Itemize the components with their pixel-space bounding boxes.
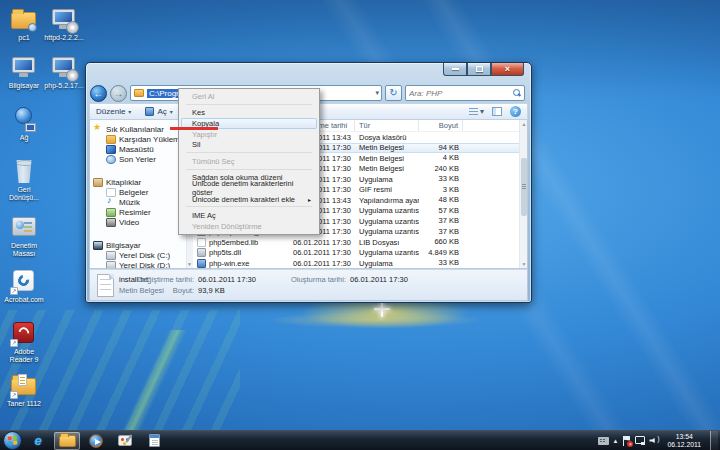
- organize-menu-button[interactable]: Düzenle▾: [96, 107, 131, 116]
- clock-time: 13:54: [667, 433, 701, 441]
- file-row[interactable]: php5embed.lib 06.01.2011 17:30 LIB Dosya…: [193, 237, 527, 248]
- back-arrow-icon: ←: [94, 88, 104, 99]
- show-hidden-icons-button[interactable]: ▲: [613, 438, 619, 444]
- desktop-icon-acrobat-com[interactable]: ↗ Acrobat.com: [4, 268, 44, 304]
- context-menu-item-label: Kes: [192, 108, 205, 117]
- sidebar-item-icon: [106, 251, 116, 260]
- column-header-size[interactable]: Boyut: [419, 120, 463, 131]
- sidebar-item-label: Sık Kullanılanlar: [106, 125, 164, 134]
- desktop-icon-recycle-bin[interactable]: Geri Dönüşü...: [4, 158, 44, 202]
- file-icon: [197, 238, 206, 247]
- taskbar-paint-button[interactable]: [112, 432, 138, 450]
- sidebar-item-label: Belgeler: [119, 188, 148, 197]
- sidebar-item[interactable]: Kitaplıklar: [93, 177, 185, 187]
- search-input[interactable]: [409, 89, 513, 98]
- keyboard-layout-icon[interactable]: [598, 437, 609, 445]
- open-menu-button[interactable]: Aç▾: [145, 107, 172, 116]
- file-row[interactable]: php-win.exe 06.01.2011 17:30 Uygulama 33…: [193, 258, 527, 269]
- window-titlebar[interactable]: ×: [86, 63, 531, 83]
- volume-icon[interactable]: [649, 436, 658, 445]
- sidebar-item[interactable]: Bilgisayar: [93, 240, 185, 250]
- shortcut-arrow-icon: ↗: [10, 287, 18, 295]
- context-menu-item[interactable]: Tümünü Seç ▸: [181, 156, 317, 167]
- menu-separator: [186, 206, 312, 207]
- desktop-icon-control-panel[interactable]: Denetim Masası: [4, 214, 44, 258]
- preview-pane-button[interactable]: [492, 107, 502, 116]
- column-header-type[interactable]: Tür: [355, 120, 419, 131]
- windows-explorer-icon: [59, 435, 76, 447]
- sidebar-item[interactable]: Yerel Disk (C:): [106, 250, 185, 260]
- close-button[interactable]: ×: [491, 63, 524, 76]
- sidebar-item-label: Karşıdan Yüklem: [119, 135, 180, 144]
- desktop-icon-adobe-reader[interactable]: ↗ Adobe Reader 9: [4, 320, 44, 364]
- context-menu-item[interactable]: Kes ▸: [181, 108, 317, 119]
- file-size: 33 KB: [419, 258, 463, 269]
- context-menu-item[interactable]: Sil ▸: [181, 139, 317, 150]
- context-menu-item[interactable]: Geri Al ▸: [181, 91, 317, 102]
- refresh-button[interactable]: ↻: [385, 85, 402, 101]
- open-label: Aç: [157, 107, 166, 116]
- action-center-icon[interactable]: [622, 436, 631, 446]
- installer-icon: [50, 6, 78, 32]
- show-desktop-button[interactable]: [710, 431, 718, 450]
- scroll-down-icon[interactable]: ▼: [187, 261, 192, 267]
- internet-explorer-icon: e: [34, 433, 41, 448]
- network-status-icon[interactable]: [635, 436, 645, 445]
- context-menu-item[interactable]: IME Aç ▸: [181, 210, 317, 221]
- maximize-button[interactable]: [467, 63, 491, 76]
- desktop-icon-pc1[interactable]: pc1: [4, 6, 44, 42]
- desktop-icon-label: Geri Dönüşü...: [4, 186, 44, 202]
- address-dropdown-icon[interactable]: ▾: [375, 89, 379, 97]
- sidebar-item[interactable]: Masaüstü: [106, 144, 185, 154]
- sidebar-item[interactable]: Karşıdan Yüklem: [106, 134, 185, 144]
- taskbar-internet-explorer-button[interactable]: e: [25, 432, 51, 450]
- file-size: 57 KB: [419, 206, 463, 217]
- taskbar-journal-button[interactable]: [141, 432, 167, 450]
- forward-button[interactable]: →: [110, 85, 127, 102]
- start-button[interactable]: [3, 431, 22, 450]
- open-app-icon: [145, 107, 154, 116]
- scroll-down-icon[interactable]: ▼: [520, 261, 528, 267]
- file-list-scroll-thumb[interactable]: [521, 158, 527, 216]
- search-box[interactable]: [405, 85, 525, 101]
- back-button[interactable]: ←: [90, 85, 107, 102]
- taskbar-explorer-button[interactable]: [54, 432, 80, 450]
- help-button[interactable]: ?: [510, 106, 521, 117]
- details-size-label: Boyut:: [130, 286, 194, 295]
- file-type: Uygulama uzantısı: [355, 248, 419, 257]
- sidebar-item[interactable]: Resimler: [106, 207, 185, 217]
- context-menu-item-label: IME Aç: [192, 211, 216, 220]
- desktop-icon-computer[interactable]: Bilgisayar: [4, 54, 44, 90]
- file-list-scrollbar[interactable]: ▲ ▼: [519, 120, 527, 268]
- change-view-button[interactable]: ▾: [469, 107, 484, 116]
- file-size: 94 KB: [419, 143, 463, 154]
- desktop-icon-label: Denetim Masası: [4, 242, 44, 258]
- context-menu-item[interactable]: Yeniden Dönüştürme ▸: [181, 221, 317, 232]
- desktop-icon-httpd-installer[interactable]: httpd-2.2.2...: [44, 6, 84, 42]
- desktop-icon-label: Bilgisayar: [4, 82, 44, 90]
- shared-folder-icon: [10, 6, 38, 32]
- control-panel-icon: [10, 214, 38, 240]
- minimize-button[interactable]: [443, 63, 467, 76]
- text-document-icon: [97, 274, 114, 297]
- sidebar-item[interactable]: Video: [106, 217, 185, 227]
- context-menu-item[interactable]: Unicode denetim karakterlerini göster ▸: [181, 183, 317, 194]
- desktop-icon-network[interactable]: Ağ: [4, 106, 44, 142]
- sidebar-item[interactable]: Son Yerler: [106, 154, 185, 164]
- context-menu-item-label: Sil: [192, 140, 200, 149]
- file-row[interactable]: php5ts.dll 06.01.2011 17:30 Uygulama uza…: [193, 248, 527, 259]
- desktop-wallpaper: pc1 httpd-2.2.2... Bilgisayar php-5.2.17…: [0, 0, 720, 450]
- sidebar-item-label: Son Yerler: [119, 155, 156, 164]
- sidebar-item[interactable]: Yerel Disk (D:): [106, 260, 185, 269]
- taskbar-media-player-button[interactable]: [83, 432, 109, 450]
- scroll-up-icon[interactable]: ▲: [520, 121, 528, 127]
- context-menu-item-label: Yeniden Dönüştürme: [192, 222, 262, 231]
- context-menu-item[interactable]: Yapıştır ▸: [181, 129, 317, 140]
- taskbar-clock[interactable]: 13:54 06.12.2011: [662, 433, 706, 449]
- sidebar-item[interactable]: Müzik: [106, 197, 185, 207]
- desktop-icon-taner-folder[interactable]: ↗ Taner 1112: [4, 372, 44, 408]
- desktop-icon-php-installer[interactable]: php-5.2.17...: [44, 54, 84, 90]
- recycle-bin-icon: [10, 158, 38, 184]
- sidebar-item[interactable]: Belgeler: [106, 187, 185, 197]
- maximize-icon: [476, 66, 483, 72]
